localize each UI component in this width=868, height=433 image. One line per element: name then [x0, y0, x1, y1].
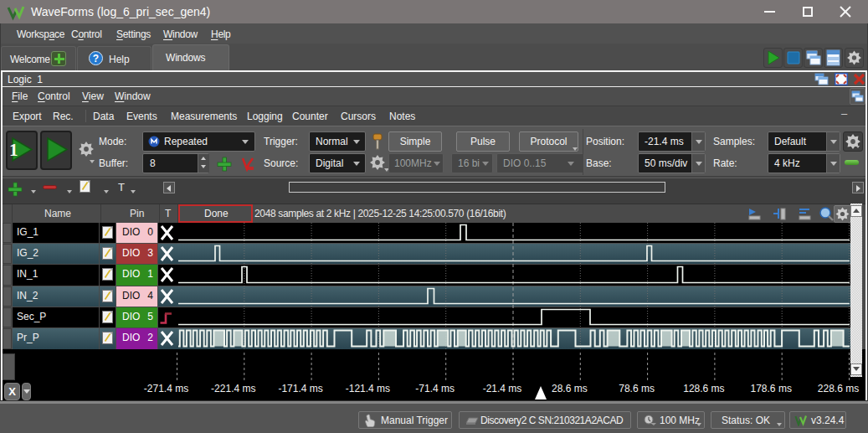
svg-text:-71.4 ms: -71.4 ms	[415, 383, 455, 394]
svg-text:-221.4 ms: -221.4 ms	[211, 383, 255, 394]
svg-text:1: 1	[9, 140, 18, 160]
svg-text:78.6 ms: 78.6 ms	[619, 383, 655, 394]
svg-text:-171.4 ms: -171.4 ms	[278, 383, 322, 394]
svg-text:178.6 ms: 178.6 ms	[751, 383, 792, 394]
svg-text:128.6 ms: 128.6 ms	[683, 383, 724, 394]
svg-text:228.6 ms: 228.6 ms	[818, 383, 859, 394]
svg-text:28.6 ms: 28.6 ms	[552, 383, 588, 394]
svg-text:-21.4 ms: -21.4 ms	[483, 383, 522, 394]
svg-text:-121.4 ms: -121.4 ms	[346, 383, 390, 394]
svg-text:-271.4 ms: -271.4 ms	[144, 383, 188, 394]
